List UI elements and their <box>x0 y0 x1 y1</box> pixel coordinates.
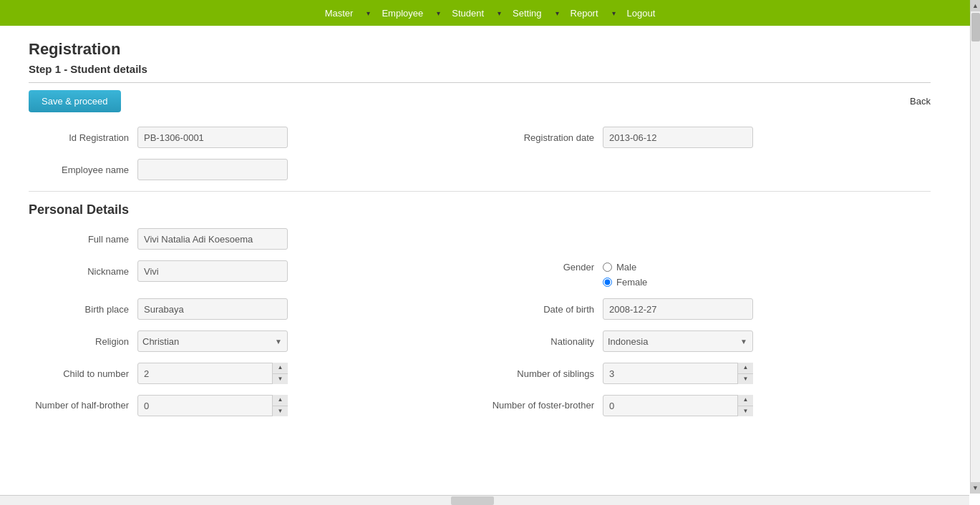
gender-female-label: Female <box>616 277 647 288</box>
number-of-siblings-down[interactable]: ▼ <box>738 374 753 385</box>
gender-male-option[interactable]: Male <box>603 262 647 273</box>
nav-logout-link[interactable]: Logout <box>616 2 667 24</box>
top-navbar: Master ▾ Employee ▾ Student ▾ Setting ▾ … <box>0 0 980 26</box>
id-registration-label: Id Registration <box>29 132 129 143</box>
scroll-track <box>971 11 980 482</box>
nationality-group: Nationality Indonesia Malaysia Singapore… <box>480 330 931 352</box>
birth-row: Birth place Date of birth <box>29 298 931 320</box>
child-to-number-down[interactable]: ▼ <box>273 374 288 385</box>
birth-place-label: Birth place <box>29 304 129 315</box>
number-of-siblings-input[interactable] <box>603 363 753 384</box>
child-to-number-group: Child to number ▲ ▼ <box>29 363 480 384</box>
id-registration-row: Id Registration Registration date <box>29 127 931 148</box>
id-registration-input[interactable] <box>137 127 288 148</box>
foster-brother-down[interactable]: ▼ <box>738 406 753 417</box>
top-actions: Save & proceed Back <box>29 90 931 112</box>
religion-select[interactable]: Christian Islam Hindu Buddhist Catholic <box>137 330 288 352</box>
half-foster-row: Number of half-brother ▲ ▼ Number of fos… <box>29 395 931 416</box>
nav-master-link[interactable]: Master <box>314 2 365 24</box>
foster-brother-up[interactable]: ▲ <box>738 395 753 406</box>
foster-brother-input[interactable] <box>603 395 753 416</box>
personal-details-title: Personal Details <box>29 202 931 217</box>
number-of-siblings-spinner-btns: ▲ ▼ <box>737 363 753 384</box>
number-of-siblings-group: Number of siblings ▲ ▼ <box>480 363 931 384</box>
full-name-row: Full name <box>29 228 931 250</box>
religion-group: Religion Christian Islam Hindu Buddhist … <box>29 330 480 352</box>
nav-master[interactable]: Master ▾ <box>314 2 371 24</box>
scroll-thumb[interactable] <box>971 13 980 41</box>
nickname-label: Nickname <box>29 266 129 277</box>
main-content: Registration Step 1 - Student details Sa… <box>0 26 959 441</box>
religion-nationality-row: Religion Christian Islam Hindu Buddhist … <box>29 330 931 352</box>
foster-brother-label: Number of foster-brother <box>480 400 594 412</box>
nickname-input[interactable] <box>137 260 288 282</box>
child-to-number-up[interactable]: ▲ <box>273 363 288 374</box>
employee-name-group: Employee name <box>29 159 480 180</box>
foster-brother-spinner: ▲ ▼ <box>603 395 753 416</box>
half-brother-input[interactable] <box>137 395 288 416</box>
full-name-input[interactable] <box>137 228 288 250</box>
registration-date-label: Registration date <box>480 132 594 143</box>
nav-report[interactable]: Report ▾ <box>559 2 616 24</box>
child-to-number-label: Child to number <box>29 368 129 379</box>
gender-label: Gender <box>480 262 594 273</box>
number-of-siblings-spinner: ▲ ▼ <box>603 363 753 384</box>
nav-logout[interactable]: Logout <box>616 2 667 24</box>
birth-place-input[interactable] <box>137 298 288 320</box>
nationality-select-wrapper: Indonesia Malaysia Singapore Other <box>603 330 753 352</box>
bottom-scroll-thumb[interactable] <box>451 496 494 505</box>
date-of-birth-input[interactable] <box>603 298 753 320</box>
nav-setting[interactable]: Setting ▾ <box>501 2 558 24</box>
nav-setting-link[interactable]: Setting <box>501 2 553 24</box>
nav-employee-link[interactable]: Employee <box>370 2 435 24</box>
gender-female-option[interactable]: Female <box>603 277 647 288</box>
nav-employee[interactable]: Employee ▾ <box>370 2 440 24</box>
nav-student[interactable]: Student ▾ <box>440 2 501 24</box>
gender-male-radio[interactable] <box>603 263 612 272</box>
registration-date-input[interactable] <box>603 127 753 148</box>
nickname-group: Nickname <box>29 260 480 282</box>
nationality-select[interactable]: Indonesia Malaysia Singapore Other <box>603 330 753 352</box>
registration-date-group: Registration date <box>480 127 931 148</box>
half-brother-label: Number of half-brother <box>29 400 129 412</box>
gender-male-label: Male <box>616 262 636 273</box>
employee-name-input[interactable] <box>137 159 288 180</box>
scroll-down-arrow[interactable]: ▼ <box>971 482 981 494</box>
full-name-label: Full name <box>29 234 129 245</box>
step-title: Step 1 - Student details <box>29 63 931 83</box>
employee-name-label: Employee name <box>29 165 129 175</box>
foster-brother-spinner-btns: ▲ ▼ <box>737 395 753 416</box>
gender-options: Male Female <box>603 262 647 288</box>
id-registration-group: Id Registration <box>29 127 480 148</box>
nav-student-link[interactable]: Student <box>440 2 495 24</box>
nav-report-link[interactable]: Report <box>559 2 610 24</box>
half-brother-spinner: ▲ ▼ <box>137 395 288 416</box>
page-title: Registration <box>29 40 931 59</box>
scroll-up-arrow[interactable]: ▲ <box>971 0 981 11</box>
section-divider <box>29 191 931 192</box>
child-to-number-spinner-btns: ▲ ▼ <box>272 363 288 384</box>
date-of-birth-label: Date of birth <box>480 304 594 315</box>
gender-group: Gender Male Female <box>480 260 931 288</box>
religion-label: Religion <box>29 336 129 347</box>
half-brother-down[interactable]: ▼ <box>273 406 288 417</box>
child-to-number-input[interactable] <box>137 363 288 384</box>
back-link[interactable]: Back <box>910 96 931 107</box>
gender-female-radio[interactable] <box>603 278 612 287</box>
nickname-gender-row: Nickname Gender Male Female <box>29 260 931 288</box>
half-brother-up[interactable]: ▲ <box>273 395 288 406</box>
number-of-siblings-up[interactable]: ▲ <box>738 363 753 374</box>
birth-place-group: Birth place <box>29 298 480 320</box>
number-of-siblings-label: Number of siblings <box>480 368 594 379</box>
foster-brother-group: Number of foster-brother ▲ ▼ <box>480 395 931 416</box>
bottom-scrollbar[interactable] <box>0 495 969 505</box>
right-scrollbar[interactable]: ▲ ▼ <box>970 0 980 494</box>
full-name-group: Full name <box>29 228 480 250</box>
religion-select-wrapper: Christian Islam Hindu Buddhist Catholic <box>137 330 288 352</box>
date-of-birth-group: Date of birth <box>480 298 931 320</box>
save-proceed-button[interactable]: Save & proceed <box>29 90 121 112</box>
nationality-label: Nationality <box>480 336 594 347</box>
half-brother-group: Number of half-brother ▲ ▼ <box>29 395 480 416</box>
child-to-number-spinner: ▲ ▼ <box>137 363 288 384</box>
child-siblings-row: Child to number ▲ ▼ Number of siblings ▲… <box>29 363 931 384</box>
